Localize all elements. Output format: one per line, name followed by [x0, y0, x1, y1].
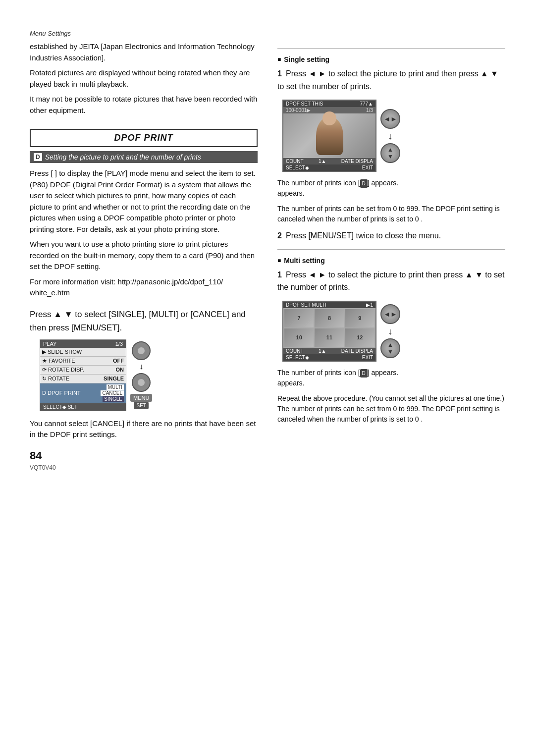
rotate-val: SINGLE	[104, 376, 124, 381]
menu-row-slideshow: ▶ SLIDE SHOW	[40, 348, 126, 357]
menu-screen: PLAY 1/3 ▶ SLIDE SHOW ★	[40, 339, 126, 411]
press-select-block: Press ▲ ▼ to select [SINGLE], [MULTI] or…	[30, 308, 258, 334]
prints-icon-desc2: The number of prints icon [D] appears. a…	[277, 368, 505, 388]
menu-row-rotate-left: ↻ ROTATE	[42, 376, 69, 382]
menu-screen-footer: SELECT◆ SET	[40, 403, 126, 411]
menu-row-favorite: ★ FAVORITE OFF	[40, 357, 126, 366]
step1-single-text: Press ◄ ► to select the picture to print…	[277, 69, 498, 91]
nav-down-arrow: ↓	[139, 362, 143, 371]
thumb-10: 10	[284, 328, 314, 347]
menu-row-rotdisp: ⟳ ROTATE DISP. ON	[40, 366, 126, 375]
nav-buttons-right: ↓ MENU SET	[130, 341, 152, 409]
dpof-title: DPOF PRINT	[36, 133, 252, 143]
multi-dpad-arrows: ◄►	[383, 310, 397, 318]
thumb-11: 11	[315, 328, 344, 347]
prints-icon-pre: The number of prints icon [	[277, 179, 360, 187]
left-column: established by JEITA [Japan Electronics …	[30, 41, 258, 471]
dpof-intro-1: Press [ ] to display the [PLAY] mode men…	[30, 168, 258, 235]
print-icon-symbol: D	[360, 179, 368, 188]
dpof-title-box: DPOF PRINT	[30, 129, 258, 147]
menu-screen-page: 1/3	[115, 341, 123, 347]
nav-circle-down	[132, 373, 151, 392]
prints-icon-appears2: appears.	[277, 379, 304, 387]
menu-row-dpof: D DPOF PRINT MULTI CANCEL SINGLE	[40, 383, 126, 403]
single-cam-container: DPOF SET THIS 777▲ 100-0001▶ 1/3	[282, 100, 505, 172]
multi-dpad-right: ◄►	[380, 304, 400, 324]
single-cam-image	[283, 113, 375, 158]
prints-icon-desc1: The number of prints icon [D] appears. a…	[277, 178, 505, 199]
step1-multi-num: 1	[277, 270, 282, 279]
nav-circle-up	[132, 341, 151, 360]
page-number: 84	[30, 449, 258, 462]
top-divider	[277, 48, 505, 49]
dpof-subtitle-text: Setting the picture to print and the num…	[45, 153, 201, 161]
single-setting-label: Single setting	[277, 55, 505, 63]
multi-cam-header-right: ▶1	[366, 302, 373, 308]
single-cam-subinfo-left: 100-0001▶	[286, 108, 311, 113]
rotate-icon: ↻	[42, 376, 47, 382]
menu-label-box: MENU SET	[130, 394, 152, 409]
single-cam-count: COUNT 1▲ DATE DISPLA	[283, 158, 375, 164]
prints-desc2: Repeat the above procedure. (You cannot …	[277, 393, 505, 425]
step2-num: 2	[277, 231, 282, 240]
multi-nav-controls: ◄► ↓ ▲▼	[380, 304, 400, 358]
menu-row-dpof-left: D DPOF PRINT	[42, 390, 81, 396]
count-label: COUNT	[286, 159, 304, 164]
single-cam-screen: DPOF SET THIS 777▲ 100-0001▶ 1/3	[282, 100, 376, 172]
single-cam-header: DPOF SET THIS 777▲	[283, 101, 375, 107]
dpad-ud-arrows: ▲▼	[387, 146, 394, 160]
multi-dpad-ud-arrows: ▲▼	[387, 341, 394, 355]
multi-setting-label: Multi setting	[277, 257, 505, 265]
menu-btn-label: MENU	[130, 394, 152, 402]
multi-footer-right: EXIT	[362, 355, 373, 360]
dpof-row-icon: D	[42, 390, 46, 396]
multi-date-label: DATE DISPLA	[341, 348, 373, 354]
print-icon-symbol2: D	[360, 369, 368, 378]
favorite-val: OFF	[113, 358, 124, 364]
step2-text: Press [MENU/SET] twice to close the menu…	[286, 231, 441, 240]
menu-screen-container: PLAY 1/3 ▶ SLIDE SHOW ★	[40, 339, 258, 411]
multi-cam-count: COUNT 1▲ DATE DISPLA	[283, 348, 375, 354]
thumb-7: 7	[284, 309, 314, 327]
single-setting-text: Single setting	[284, 55, 329, 63]
step1-multi-block: 1 Press ◄ ► to select the picture to pri…	[277, 269, 505, 294]
single-nav-controls: ◄► ↓ ▲▼	[380, 109, 400, 163]
menu-footer-left: SELECT◆ SET	[43, 404, 77, 410]
menu-row-rotate: ↻ ROTATE SINGLE	[40, 375, 126, 383]
multi-cam-header-left: DPOF SET MULTI	[286, 302, 326, 308]
prints-icon-pre2: The number of prints icon [	[277, 369, 360, 377]
prints-desc1: The number of prints can be set from 0 t…	[277, 204, 505, 224]
step2-block: 2 Press [MENU/SET] twice to close the me…	[277, 229, 505, 242]
vqt-label: VQT0V40	[30, 464, 258, 471]
person-head	[322, 111, 336, 125]
thumb-8: 8	[315, 309, 344, 327]
dpof-opt-multi: MULTI	[107, 384, 124, 390]
dpof-intro-3: For more information visit: http://panas…	[30, 276, 258, 299]
multi-setting-text: Multi setting	[284, 257, 324, 265]
menu-row-favorite-left: ★ FAVORITE	[42, 358, 75, 364]
multi-dpad-updown: ▲▼	[380, 338, 400, 358]
multi-footer-left: SELECT◆	[286, 355, 309, 360]
slideshow-icon: ▶	[42, 349, 46, 355]
multi-cam-grid: 7 8 9 10 11 12	[283, 308, 375, 348]
intro-para-1: established by JEITA [Japan Electronics …	[30, 41, 258, 63]
single-cam-subinfo-right: 1/3	[366, 108, 373, 113]
rotdisp-val: ON	[116, 367, 124, 373]
step1-single-block: 1 Press ◄ ► to select the picture to pri…	[277, 67, 505, 93]
dpof-opt-single: SINGLE	[103, 396, 124, 402]
single-footer-left: SELECT◆	[286, 165, 309, 170]
right-column: Single setting 1 Press ◄ ► to select the…	[277, 41, 505, 471]
step1-multi-text: Press ◄ ► to select the picture to print…	[277, 270, 504, 292]
multi-cam-screen: DPOF SET MULTI ▶1 7 8 9 10 11 12 COUNT 1…	[282, 301, 376, 362]
multi-count-label: COUNT	[286, 348, 304, 354]
thumb-9: 9	[345, 309, 374, 327]
favorite-icon: ★	[42, 358, 47, 364]
mid-divider	[277, 249, 505, 250]
dpad-updown: ▲▼	[380, 143, 400, 163]
dpad-arrows: ◄►	[383, 115, 397, 123]
multi-cam-footer: SELECT◆ EXIT	[283, 354, 375, 361]
dpof-icon: D	[34, 153, 42, 161]
menu-screen-title: PLAY	[43, 341, 56, 347]
nav-down-arrow-single: ↓	[388, 131, 393, 142]
dpof-options: MULTI CANCEL SINGLE	[101, 384, 124, 402]
